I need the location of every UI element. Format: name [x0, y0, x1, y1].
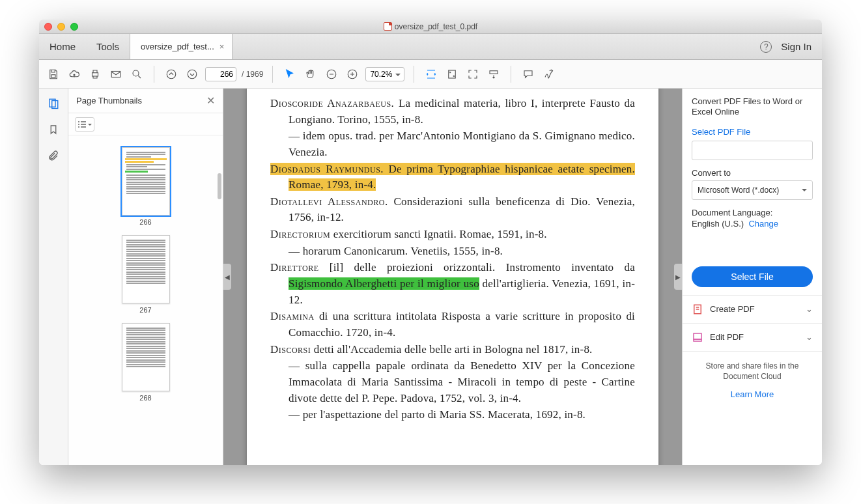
svg-rect-9: [490, 70, 498, 74]
thumbnail-options-button[interactable]: [75, 117, 94, 132]
zoom-in-icon[interactable]: [345, 66, 360, 82]
thumbnail-266[interactable]: [122, 147, 170, 216]
thumbnails-title: Page Thumbnails: [76, 96, 142, 105]
thumbnails-close-icon[interactable]: ✕: [206, 94, 215, 107]
left-rail: [39, 89, 68, 465]
tab-home[interactable]: Home: [39, 34, 86, 59]
zoom-select[interactable]: 70.2%: [365, 67, 404, 81]
pdf-file-input[interactable]: [692, 141, 813, 160]
tab-file-label: oversize_pdf_test...: [141, 42, 214, 51]
page-content[interactable]: Dioscoride Anazarbaeus. La medicinal mat…: [247, 89, 658, 465]
svg-rect-2: [111, 71, 120, 77]
learn-more-link[interactable]: Learn More: [731, 389, 774, 399]
zoom-value: 70.2%: [370, 70, 392, 79]
select-pdf-link[interactable]: Select PDF File: [692, 127, 750, 137]
titlebar: oversize_pdf_test_0.pdf: [39, 20, 822, 34]
create-pdf-icon: [692, 303, 703, 315]
document-area[interactable]: ◀ ▶ Dioscoride Anazarbaeus. La medicinal…: [223, 89, 682, 465]
page-up-icon[interactable]: [163, 66, 179, 82]
chevron-down-icon: ⌄: [806, 304, 813, 314]
cloud-upload-icon[interactable]: [66, 66, 82, 82]
thumbnail-label: 266: [139, 218, 151, 226]
pdf-file-icon: [384, 22, 392, 31]
pointer-tool-icon[interactable]: [282, 66, 298, 82]
convert-title: Convert PDF Files to Word or Excel Onlin…: [692, 96, 813, 118]
edit-pdf-accordion[interactable]: Edit PDF ⌄: [683, 324, 822, 352]
minimize-window-button[interactable]: [57, 23, 65, 31]
convert-format-select[interactable]: Microsoft Word (*.docx): [692, 180, 813, 200]
collapse-right-icon[interactable]: ▶: [674, 264, 682, 290]
svg-point-3: [133, 70, 139, 76]
page-number-input[interactable]: [205, 67, 236, 81]
edit-pdf-icon: [692, 331, 703, 343]
search-icon[interactable]: [129, 66, 145, 82]
svg-rect-1: [92, 72, 98, 76]
page-total: / 1969: [242, 70, 263, 79]
thumbnail-268[interactable]: [122, 323, 170, 391]
thumbnails-rail-icon[interactable]: [46, 96, 61, 111]
hand-tool-icon[interactable]: [303, 66, 318, 82]
create-pdf-accordion[interactable]: Create PDF ⌄: [683, 296, 822, 324]
window-title-text: oversize_pdf_test_0.pdf: [395, 22, 477, 31]
sign-in-button[interactable]: Sign In: [781, 41, 812, 52]
list-icon: [78, 121, 86, 128]
page-down-icon[interactable]: [184, 66, 200, 82]
cloud-message: Store and share files in the Document Cl…: [692, 361, 813, 383]
thumbnail-scrollbar[interactable]: [218, 173, 221, 199]
window-title: oversize_pdf_test_0.pdf: [39, 22, 822, 31]
tab-file[interactable]: oversize_pdf_test... ×: [130, 34, 233, 59]
close-window-button[interactable]: [44, 23, 52, 31]
edit-pdf-label: Edit PDF: [710, 332, 744, 342]
comment-icon[interactable]: [520, 66, 536, 82]
read-mode-icon[interactable]: [486, 66, 501, 82]
select-file-button[interactable]: Select File: [692, 266, 813, 287]
svg-rect-8: [449, 70, 456, 78]
create-pdf-label: Create PDF: [710, 304, 755, 314]
save-icon[interactable]: [46, 66, 61, 82]
doc-lang-label: Document Language:: [692, 208, 813, 217]
thumbnail-label: 267: [139, 306, 151, 314]
maximize-window-button[interactable]: [70, 23, 78, 31]
sign-icon[interactable]: [541, 66, 557, 82]
right-panel: Convert PDF Files to Word or Excel Onlin…: [682, 89, 822, 465]
svg-rect-0: [51, 74, 55, 77]
doc-lang-value: English (U.S.): [692, 219, 744, 229]
thumbnail-label: 268: [139, 394, 151, 402]
thumbnail-267[interactable]: [122, 235, 170, 303]
mail-icon[interactable]: [108, 66, 124, 82]
zoom-out-icon[interactable]: [324, 66, 339, 82]
attachment-rail-icon[interactable]: [46, 148, 61, 163]
change-lang-link[interactable]: Change: [748, 219, 778, 229]
convert-to-label: Convert to: [692, 168, 813, 178]
print-icon[interactable]: [87, 66, 103, 82]
app-tabs: Home Tools oversize_pdf_test... × ? Sign…: [39, 34, 822, 60]
fit-width-icon[interactable]: [423, 66, 439, 82]
svg-rect-14: [694, 339, 701, 341]
svg-point-4: [167, 70, 176, 79]
bookmark-rail-icon[interactable]: [46, 122, 61, 137]
help-icon[interactable]: ?: [760, 41, 772, 53]
fit-page-icon[interactable]: [444, 66, 460, 82]
svg-rect-13: [694, 333, 701, 339]
fullscreen-icon[interactable]: [465, 66, 481, 82]
tab-close-icon[interactable]: ×: [219, 42, 225, 51]
collapse-left-icon[interactable]: ◀: [223, 264, 231, 290]
toolbar: / 1969 70.2%: [39, 60, 822, 89]
svg-point-5: [188, 70, 197, 79]
convert-format-value: Microsoft Word (*.docx): [698, 186, 779, 195]
chevron-down-icon: ⌄: [806, 332, 813, 342]
tab-tools[interactable]: Tools: [86, 34, 130, 59]
thumbnails-panel: Page Thumbnails ✕ 26: [68, 89, 223, 465]
